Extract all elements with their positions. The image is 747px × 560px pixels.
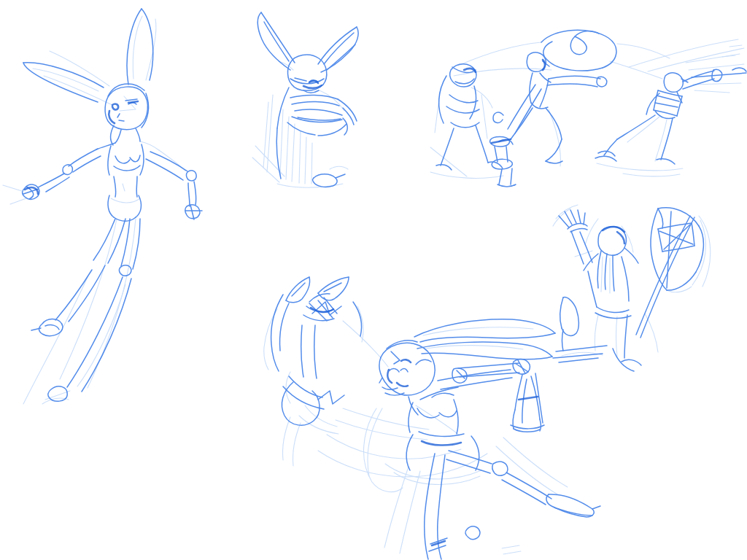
sketch-axe-swing-duel	[264, 277, 600, 559]
sketch-canvas	[0, 0, 747, 560]
sketch-shield-kneeler	[553, 205, 711, 371]
sketch-crouching-rabbit	[252, 12, 358, 187]
sketch-page	[0, 0, 747, 560]
sketch-leaping-rabbit-girl	[3, 9, 202, 404]
sketch-fight-scene	[430, 30, 746, 187]
